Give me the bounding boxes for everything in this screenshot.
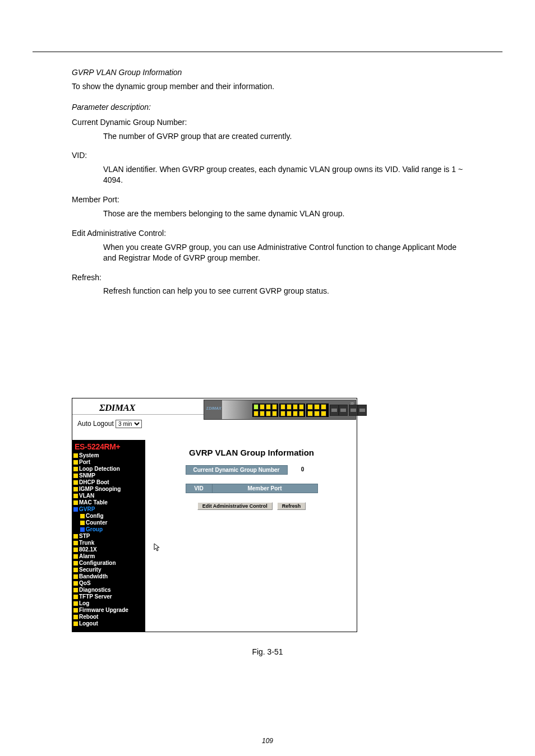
square-icon [73,453,78,458]
sidebar-item-qos[interactable]: QoS [72,580,145,587]
cursor-icon [154,543,162,554]
group-number-row: Current Dynamic Group Number 0 [186,465,318,475]
param-groupnum-title: Current Dynamic Group Number: [72,117,463,128]
section-heading: GVRP VLAN Group Information [72,67,463,78]
sidebar-item-diagnostics[interactable]: Diagnostics [72,587,145,593]
desc-text: To show the dynamic group member and the… [72,82,274,91]
button-row: Edit Administrative Control Refresh [186,502,318,510]
param-edit-desc: When you create GVRP group, you can use … [103,242,463,263]
sidebar-item-reboot[interactable]: Reboot [72,614,145,620]
embedded-screenshot: ΣDIMAX Auto Logout 3 min ΣDIMAX [72,398,357,632]
sidebar-item-alarm[interactable]: Alarm [72,553,145,560]
param-member-desc: Those are the members belonging to the s… [103,208,463,219]
param-refresh-title: Refresh: [72,272,463,283]
device-port-panel: ΣDIMAX 23 [204,400,356,420]
header-rule [33,52,502,52]
param-label: Parameter description: [72,102,463,113]
param-refresh-desc: Refresh function can help you to see cur… [103,286,463,296]
sidebar-item-loop[interactable]: Loop Detection [72,466,145,472]
sidebar-item-vlan[interactable]: VLAN [72,493,145,499]
sidebar-item-firmware[interactable]: Firmware Upgrade [72,607,145,614]
panel-fade [222,400,256,419]
port-block-1 [252,403,278,417]
group-number-value: 0 [288,465,318,475]
page: GVRP VLAN Group Information To show the … [0,0,535,756]
sidebar-item-bandwidth[interactable]: Bandwidth [72,573,145,580]
sidebar-item-8021x[interactable]: 802.1X [72,546,145,553]
col-vid: VID [186,484,213,493]
ext-port-23: 23 [349,405,358,416]
sidebar-item-dhcp[interactable]: DHCP Boot [72,479,145,486]
sidebar-item-group[interactable]: Group [72,526,145,533]
sidebar-item-port[interactable]: Port [72,459,145,466]
sidebar-item-config[interactable]: Config [72,513,145,520]
sidebar-item-stp[interactable]: STP [72,533,145,540]
sidebar-item-logout[interactable]: Logout [72,620,145,627]
content-panel: GVRP VLAN Group Information Current Dyna… [146,432,357,632]
param-edit-title: Edit Administrative Control: [72,228,463,239]
auto-logout-control[interactable]: Auto Logout 3 min [77,420,142,428]
sidebar-item-igmp[interactable]: IGMP Snooping [72,486,145,493]
param-vid-title: VID: [72,150,463,161]
port-block-3 [306,403,329,417]
sidebar-item-mactable[interactable]: MAC Table [72,499,145,506]
col-member: Member Port [213,484,318,493]
group-table-header: VID Member Port [186,484,318,493]
sidebar-item-counter[interactable]: Counter [72,520,145,526]
sidebar-item-security[interactable]: Security [72,567,145,573]
content-title: GVRP VLAN Group Information [146,448,357,457]
panel-brand: ΣDIMAX [206,406,222,410]
sidebar-item-log[interactable]: Log [72,600,145,607]
port-block-2 [279,403,305,417]
page-number: 109 [0,737,535,745]
figure-caption: Fig. 3-51 [72,647,463,656]
ext-port-22 [339,405,348,416]
sidebar-item-configuration[interactable]: Configuration [72,560,145,567]
device-model-title: ES-5224RM+ [72,441,145,452]
brand-logo: ΣDIMAX [99,402,135,414]
sidebar-nav: ES-5224RM+ System Port Loop Detection SN… [72,440,145,632]
sidebar-item-gvrp[interactable]: GVRP [72,506,145,513]
sidebar-item-trunk[interactable]: Trunk [72,540,145,546]
param-vid-desc: VLAN identifier. When GVRP group creates… [103,164,463,185]
ext-port-21 [330,405,339,416]
sidebar-item-system[interactable]: System [72,452,145,459]
sidebar-item-snmp[interactable]: SNMP [72,472,145,479]
edit-admin-control-button[interactable]: Edit Administrative Control [197,502,273,510]
auto-logout-select[interactable]: 3 min [116,420,142,428]
ext-port-24 [358,405,367,416]
auto-logout-label: Auto Logout [77,420,114,428]
group-number-label: Current Dynamic Group Number [186,465,288,475]
refresh-button[interactable]: Refresh [277,502,306,510]
body-text: GVRP VLAN Group Information To show the … [72,67,463,300]
param-groupnum-desc: The number of GVRP group that are create… [103,131,463,142]
param-member-title: Member Port: [72,194,463,205]
sidebar-item-tftp[interactable]: TFTP Server [72,593,145,600]
